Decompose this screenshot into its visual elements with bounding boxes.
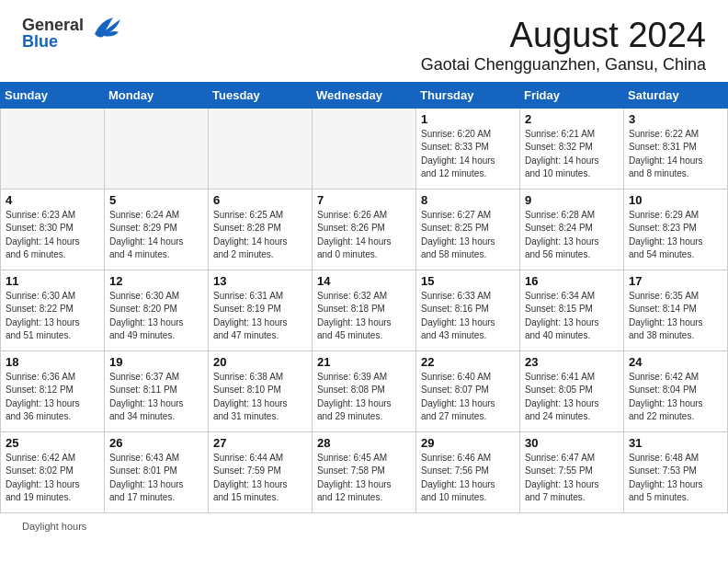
day-number: 21 xyxy=(317,355,411,369)
day-number: 23 xyxy=(525,355,619,369)
day-number: 26 xyxy=(109,436,203,450)
day-number: 2 xyxy=(525,112,619,126)
day-number: 31 xyxy=(629,436,722,450)
calendar-day-cell: 30Sunrise: 6:47 AM Sunset: 7:55 PM Dayli… xyxy=(520,431,624,512)
day-info: Sunrise: 6:32 AM Sunset: 8:18 PM Dayligh… xyxy=(317,290,411,343)
day-number: 25 xyxy=(6,436,99,450)
day-info: Sunrise: 6:34 AM Sunset: 8:15 PM Dayligh… xyxy=(525,290,619,343)
day-info: Sunrise: 6:25 AM Sunset: 8:28 PM Dayligh… xyxy=(213,209,307,262)
calendar-day-cell xyxy=(1,108,105,189)
day-number: 11 xyxy=(6,274,99,288)
calendar-day-cell: 14Sunrise: 6:32 AM Sunset: 8:18 PM Dayli… xyxy=(313,270,416,350)
day-number: 17 xyxy=(629,274,722,288)
day-number: 22 xyxy=(421,355,515,369)
weekday-header-cell: Monday xyxy=(105,82,209,108)
day-info: Sunrise: 6:43 AM Sunset: 8:01 PM Dayligh… xyxy=(109,452,203,505)
day-info: Sunrise: 6:30 AM Sunset: 8:22 PM Dayligh… xyxy=(6,290,99,343)
calendar-day-cell: 31Sunrise: 6:48 AM Sunset: 7:53 PM Dayli… xyxy=(624,431,728,512)
day-info: Sunrise: 6:20 AM Sunset: 8:33 PM Dayligh… xyxy=(421,128,515,181)
day-info: Sunrise: 6:31 AM Sunset: 8:19 PM Dayligh… xyxy=(213,290,307,343)
calendar-day-cell: 6Sunrise: 6:25 AM Sunset: 8:28 PM Daylig… xyxy=(209,189,313,270)
day-info: Sunrise: 6:44 AM Sunset: 7:59 PM Dayligh… xyxy=(213,452,307,505)
calendar-day-cell: 21Sunrise: 6:39 AM Sunset: 8:08 PM Dayli… xyxy=(313,350,416,431)
day-number: 1 xyxy=(421,112,515,126)
weekday-header-row: SundayMondayTuesdayWednesdayThursdayFrid… xyxy=(1,82,728,108)
calendar-day-cell: 12Sunrise: 6:30 AM Sunset: 8:20 PM Dayli… xyxy=(105,270,209,350)
day-number: 30 xyxy=(525,436,619,450)
day-info: Sunrise: 6:39 AM Sunset: 8:08 PM Dayligh… xyxy=(317,371,411,424)
day-number: 15 xyxy=(421,274,515,288)
day-number: 16 xyxy=(525,274,619,288)
calendar-day-cell: 5Sunrise: 6:24 AM Sunset: 8:29 PM Daylig… xyxy=(105,189,209,270)
weekday-header-cell: Sunday xyxy=(1,82,105,108)
calendar-day-cell: 25Sunrise: 6:42 AM Sunset: 8:02 PM Dayli… xyxy=(1,431,105,512)
logo-general: General xyxy=(22,17,84,33)
day-number: 7 xyxy=(317,193,411,207)
day-number: 3 xyxy=(629,112,722,126)
day-info: Sunrise: 6:23 AM Sunset: 8:30 PM Dayligh… xyxy=(6,209,99,262)
calendar-day-cell: 20Sunrise: 6:38 AM Sunset: 8:10 PM Dayli… xyxy=(209,350,313,431)
day-number: 24 xyxy=(629,355,722,369)
calendar-day-cell: 3Sunrise: 6:22 AM Sunset: 8:31 PM Daylig… xyxy=(624,108,728,189)
calendar-week-row: 18Sunrise: 6:36 AM Sunset: 8:12 PM Dayli… xyxy=(1,350,728,431)
day-number: 14 xyxy=(317,274,411,288)
calendar-day-cell: 9Sunrise: 6:28 AM Sunset: 8:24 PM Daylig… xyxy=(520,189,624,270)
day-info: Sunrise: 6:29 AM Sunset: 8:23 PM Dayligh… xyxy=(629,209,722,262)
day-number: 29 xyxy=(421,436,515,450)
header: General Blue August 2024 Gaotai Chenggua… xyxy=(0,0,728,82)
calendar-day-cell: 24Sunrise: 6:42 AM Sunset: 8:04 PM Dayli… xyxy=(624,350,728,431)
calendar-day-cell: 17Sunrise: 6:35 AM Sunset: 8:14 PM Dayli… xyxy=(624,270,728,350)
day-info: Sunrise: 6:48 AM Sunset: 7:53 PM Dayligh… xyxy=(629,452,722,505)
day-number: 28 xyxy=(317,436,411,450)
calendar-week-row: 4Sunrise: 6:23 AM Sunset: 8:30 PM Daylig… xyxy=(1,189,728,270)
day-info: Sunrise: 6:26 AM Sunset: 8:26 PM Dayligh… xyxy=(317,209,411,262)
day-info: Sunrise: 6:28 AM Sunset: 8:24 PM Dayligh… xyxy=(525,209,619,262)
day-info: Sunrise: 6:33 AM Sunset: 8:16 PM Dayligh… xyxy=(421,290,515,343)
calendar-day-cell: 22Sunrise: 6:40 AM Sunset: 8:07 PM Dayli… xyxy=(416,350,520,431)
day-info: Sunrise: 6:47 AM Sunset: 7:55 PM Dayligh… xyxy=(525,452,619,505)
calendar-day-cell: 16Sunrise: 6:34 AM Sunset: 8:15 PM Dayli… xyxy=(520,270,624,350)
day-number: 27 xyxy=(213,436,307,450)
day-info: Sunrise: 6:37 AM Sunset: 8:11 PM Dayligh… xyxy=(109,371,203,424)
logo: General Blue xyxy=(22,17,122,50)
day-number: 19 xyxy=(109,355,203,369)
day-number: 6 xyxy=(213,193,307,207)
day-info: Sunrise: 6:41 AM Sunset: 8:05 PM Dayligh… xyxy=(525,371,619,424)
calendar-day-cell: 1Sunrise: 6:20 AM Sunset: 8:33 PM Daylig… xyxy=(416,108,520,189)
footer-label: Daylight hours xyxy=(22,521,86,532)
day-info: Sunrise: 6:40 AM Sunset: 8:07 PM Dayligh… xyxy=(421,371,515,424)
calendar-day-cell xyxy=(209,108,313,189)
calendar-week-row: 25Sunrise: 6:42 AM Sunset: 8:02 PM Dayli… xyxy=(1,431,728,512)
weekday-header-cell: Friday xyxy=(520,82,624,108)
calendar-day-cell: 27Sunrise: 6:44 AM Sunset: 7:59 PM Dayli… xyxy=(209,431,313,512)
day-number: 8 xyxy=(421,193,515,207)
weekday-header-cell: Saturday xyxy=(624,82,728,108)
calendar-day-cell xyxy=(313,108,416,189)
day-info: Sunrise: 6:36 AM Sunset: 8:12 PM Dayligh… xyxy=(6,371,99,424)
calendar-week-row: 11Sunrise: 6:30 AM Sunset: 8:22 PM Dayli… xyxy=(1,270,728,350)
day-info: Sunrise: 6:27 AM Sunset: 8:25 PM Dayligh… xyxy=(421,209,515,262)
logo-bird-icon xyxy=(87,14,122,41)
calendar-day-cell xyxy=(105,108,209,189)
day-info: Sunrise: 6:35 AM Sunset: 8:14 PM Dayligh… xyxy=(629,290,722,343)
calendar-day-cell: 29Sunrise: 6:46 AM Sunset: 7:56 PM Dayli… xyxy=(416,431,520,512)
calendar-day-cell: 7Sunrise: 6:26 AM Sunset: 8:26 PM Daylig… xyxy=(313,189,416,270)
calendar-day-cell: 28Sunrise: 6:45 AM Sunset: 7:58 PM Dayli… xyxy=(313,431,416,512)
calendar-week-row: 1Sunrise: 6:20 AM Sunset: 8:33 PM Daylig… xyxy=(1,108,728,189)
day-number: 20 xyxy=(213,355,307,369)
logo-blue: Blue xyxy=(22,33,84,50)
day-number: 13 xyxy=(213,274,307,288)
calendar-day-cell: 26Sunrise: 6:43 AM Sunset: 8:01 PM Dayli… xyxy=(105,431,209,512)
day-number: 18 xyxy=(6,355,99,369)
calendar-day-cell: 19Sunrise: 6:37 AM Sunset: 8:11 PM Dayli… xyxy=(105,350,209,431)
weekday-header-cell: Tuesday xyxy=(209,82,313,108)
calendar: SundayMondayTuesdayWednesdayThursdayFrid… xyxy=(0,82,728,513)
day-info: Sunrise: 6:21 AM Sunset: 8:32 PM Dayligh… xyxy=(525,128,619,181)
day-info: Sunrise: 6:45 AM Sunset: 7:58 PM Dayligh… xyxy=(317,452,411,505)
location-title: Gaotai Chengguanzhen, Gansu, China xyxy=(421,55,706,75)
day-info: Sunrise: 6:46 AM Sunset: 7:56 PM Dayligh… xyxy=(421,452,515,505)
calendar-day-cell: 13Sunrise: 6:31 AM Sunset: 8:19 PM Dayli… xyxy=(209,270,313,350)
day-info: Sunrise: 6:42 AM Sunset: 8:04 PM Dayligh… xyxy=(629,371,722,424)
weekday-header-cell: Thursday xyxy=(416,82,520,108)
calendar-body: 1Sunrise: 6:20 AM Sunset: 8:33 PM Daylig… xyxy=(1,108,728,512)
